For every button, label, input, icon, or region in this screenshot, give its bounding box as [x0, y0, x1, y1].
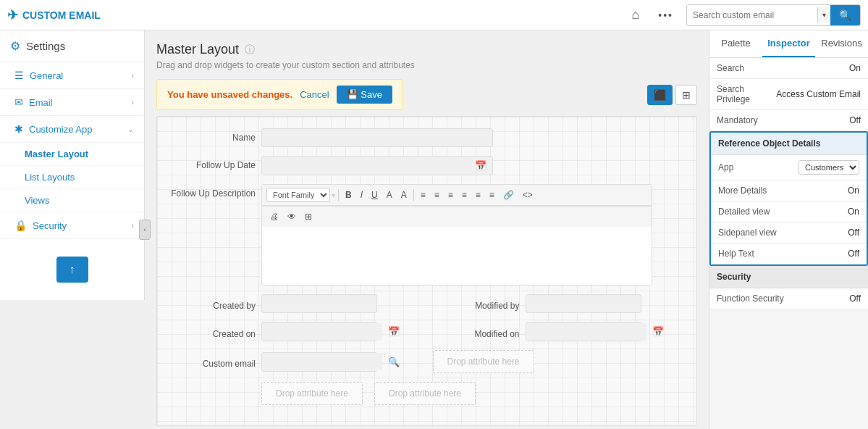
sidebar-sub-item-list-layouts[interactable]: List Layouts: [0, 166, 144, 189]
drop-zone-1: Drop attribute here: [433, 350, 534, 373]
created-by-input[interactable]: [261, 294, 377, 313]
help-text-value: Off: [848, 249, 859, 259]
sidebar-item-security[interactable]: 🔒 Security ›: [0, 212, 144, 239]
sidebar-sub-item-views[interactable]: Views: [0, 189, 144, 212]
form-col-created-by: Created by: [169, 294, 421, 313]
right-panel: Palette Inspector Revisions Search On Se…: [709, 30, 868, 429]
panel-row-app: App Customers Contacts Leads: [711, 155, 867, 180]
rte-link-button[interactable]: 🔗: [500, 188, 518, 202]
form-row-custom-email: Custom email 🔍 Drop attribute here: [169, 350, 685, 373]
name-label: Name: [169, 128, 256, 143]
save-button[interactable]: 💾 Save: [337, 86, 392, 104]
rte-fontcolor-button[interactable]: A: [383, 188, 396, 202]
sidebar-sub-views-label: Views: [25, 195, 49, 206]
rte-print-button[interactable]: 🖨: [266, 209, 282, 224]
form-row-follow-up-desc: Follow Up Description Font Family ▾ B I …: [169, 184, 685, 286]
search-go-button[interactable]: 🔍: [830, 5, 860, 25]
table-icon: ☰: [14, 70, 24, 81]
function-security-value: Off: [849, 293, 861, 304]
rte-code-button[interactable]: <>: [519, 188, 536, 202]
rte-highlight-button[interactable]: A: [397, 188, 410, 202]
function-security-label: Function Security: [717, 293, 845, 304]
desktop-view-button[interactable]: ⬛: [647, 85, 673, 105]
rte-align-justify-button[interactable]: ≡: [458, 188, 471, 202]
scroll-up-button[interactable]: ↑: [56, 257, 88, 283]
rte-preview-button[interactable]: 👁: [284, 209, 300, 224]
rte-align-center-button[interactable]: ≡: [431, 188, 443, 202]
tab-revisions[interactable]: Revisions: [815, 30, 868, 57]
tab-inspector[interactable]: Inspector: [762, 30, 815, 57]
more-details-value: On: [848, 186, 859, 196]
cancel-link[interactable]: Cancel: [300, 89, 329, 100]
search-privilege-value: Access Custom Email: [776, 89, 861, 99]
more-menu-button[interactable]: •••: [652, 7, 679, 24]
modified-by-input[interactable]: [526, 294, 641, 313]
info-icon[interactable]: ⓘ: [245, 43, 255, 57]
search-property-label: Search: [717, 63, 845, 73]
panel-row-function-security: Function Security Off: [709, 288, 868, 309]
search-property-value: On: [849, 63, 861, 73]
view-toggle: ⬛ ⊞: [647, 85, 697, 105]
sidepanel-view-label: Sidepanel view: [718, 228, 843, 238]
rte-align-left-button[interactable]: ≡: [417, 188, 429, 202]
sidebar-wrapper: ⚙ Settings ☰ General › ✉ Email › ✱ Custo…: [0, 30, 145, 429]
app-label: App: [718, 162, 794, 172]
sidebar-item-email[interactable]: ✉ Email ›: [0, 89, 144, 116]
created-on-input[interactable]: [262, 323, 382, 341]
rte-list-ordered-button[interactable]: ≡: [486, 188, 498, 202]
customize-icon: ✱: [14, 123, 23, 135]
rte-bold-button[interactable]: B: [342, 188, 355, 202]
search-input[interactable]: [687, 7, 817, 24]
sidebar-sub-list-layouts-label: List Layouts: [25, 172, 75, 183]
unsaved-banner: You have unsaved changes. Cancel 💾 Save: [156, 79, 403, 110]
modified-on-input[interactable]: [526, 323, 646, 341]
rich-text-content-area[interactable]: [262, 227, 652, 285]
sidebar-item-customize[interactable]: ✱ Customize App ⌄: [0, 116, 144, 143]
sidebar-sub-master-layout-label: Master Layout: [25, 149, 88, 159]
custom-email-label: Custom email: [169, 354, 256, 369]
sidebar-sub-item-master-layout[interactable]: Master Layout: [0, 143, 144, 166]
help-text-label: Help Text: [718, 249, 843, 259]
panel-row-search: Search On: [709, 58, 868, 79]
form-col-drop-1: Drop attribute here: [433, 350, 686, 373]
sidebar-item-customize-label: Customize App: [29, 124, 92, 135]
content-area: Master Layout ⓘ Drag and drop widgets to…: [145, 30, 709, 429]
collapse-sidebar-button[interactable]: ‹: [139, 220, 151, 240]
mandatory-label: Mandatory: [717, 115, 845, 125]
search-privilege-label: Search Privilege: [717, 84, 772, 104]
modified-by-label: Modified by: [433, 296, 520, 311]
rte-toolbar: Font Family ▾ B I U A A ≡ ≡ ≡: [262, 185, 652, 206]
chevron-right-icon-3: ›: [131, 221, 134, 230]
tab-palette[interactable]: Palette: [709, 30, 762, 57]
font-family-select[interactable]: Font Family: [266, 188, 330, 202]
rte-list-unordered-button[interactable]: ≡: [472, 188, 484, 202]
search-dropdown-button[interactable]: ▾: [817, 7, 830, 22]
follow-up-date-input[interactable]: [262, 157, 469, 175]
panel-tabs: Palette Inspector Revisions: [709, 30, 868, 58]
mandatory-value: Off: [849, 115, 861, 125]
rte-align-right-button[interactable]: ≡: [444, 188, 457, 202]
panel-row-more-details: More Details On: [711, 180, 867, 201]
sidebar-item-general[interactable]: ☰ General ›: [0, 62, 144, 89]
rte-table-button[interactable]: ⊞: [301, 209, 316, 224]
name-input[interactable]: [261, 128, 493, 147]
home-button[interactable]: ⌂: [625, 4, 645, 25]
name-field: [261, 128, 493, 147]
sidebar: ⚙ Settings ☰ General › ✉ Email › ✱ Custo…: [0, 30, 145, 300]
follow-up-date-field: 📅: [261, 156, 493, 175]
rte-underline-button[interactable]: U: [368, 188, 382, 202]
custom-email-input[interactable]: [262, 353, 382, 370]
panel-content: Search On Search Privilege Access Custom…: [709, 58, 868, 429]
tablet-view-button[interactable]: ⊞: [675, 85, 697, 105]
page-title-row: Master Layout ⓘ: [156, 42, 697, 57]
rte-italic-button[interactable]: I: [357, 188, 366, 202]
reference-object-section-title: Reference Object Details: [711, 133, 867, 155]
rich-text-editor: Font Family ▾ B I U A A ≡ ≡ ≡: [261, 184, 652, 286]
main-container: ⚙ Settings ☰ General › ✉ Email › ✱ Custo…: [0, 30, 868, 429]
sidebar-item-security-label: Security: [33, 220, 67, 231]
follow-up-desc-label: Follow Up Description: [169, 184, 256, 199]
app-select[interactable]: Customers Contacts Leads: [799, 160, 859, 175]
layout-toolbar: You have unsaved changes. Cancel 💾 Save …: [156, 79, 697, 110]
follow-up-date-label: Follow Up Date: [169, 156, 256, 170]
email-icon: ✉: [14, 96, 23, 108]
